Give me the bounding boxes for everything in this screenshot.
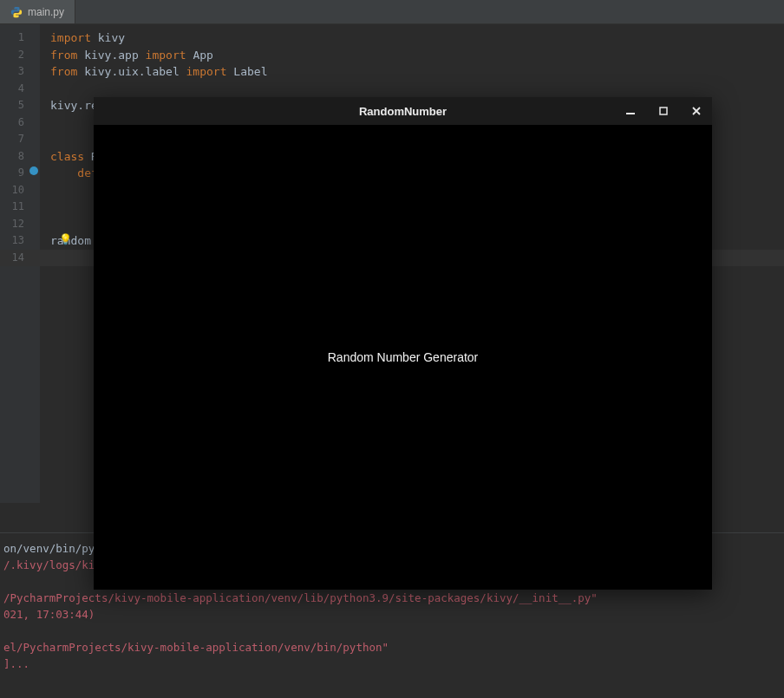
app-window: RandomNumber Random Number Generator [94, 97, 712, 590]
file-tab[interactable]: main.py [0, 0, 75, 23]
terminal-line [3, 623, 781, 639]
svg-rect-0 [626, 113, 635, 114]
tab-filename: main.py [28, 6, 64, 18]
app-label: Random Number Generator [328, 350, 479, 364]
maximize-button[interactable] [653, 101, 674, 121]
line-number-gutter[interactable]: 1234567891011121314 [0, 24, 40, 503]
window-controls [620, 97, 707, 125]
python-file-icon [10, 6, 23, 18]
terminal-line: 021, 17:03:44) [3, 606, 781, 623]
close-button[interactable] [686, 101, 707, 121]
app-body: Random Number Generator [94, 125, 712, 590]
breakpoint-icon[interactable] [29, 166, 38, 175]
terminal-line: /PycharmProjects/kivy-mobile-application… [3, 590, 781, 606]
code-line[interactable] [50, 81, 784, 98]
terminal-line: ]... [3, 656, 781, 672]
app-titlebar[interactable]: RandomNumber [94, 97, 712, 125]
code-line[interactable]: import kivy [50, 29, 784, 47]
intention-bulb-icon[interactable]: 💡 [59, 233, 72, 245]
minimize-button[interactable] [620, 101, 641, 121]
tab-bar: main.py [0, 0, 784, 24]
code-line[interactable]: from kivy.app import App [50, 47, 784, 64]
terminal-line: el/PycharmProjects/kivy-mobile-applicati… [3, 639, 781, 656]
svg-rect-1 [660, 108, 667, 114]
code-line[interactable]: from kivy.uix.label import Label [50, 63, 784, 81]
